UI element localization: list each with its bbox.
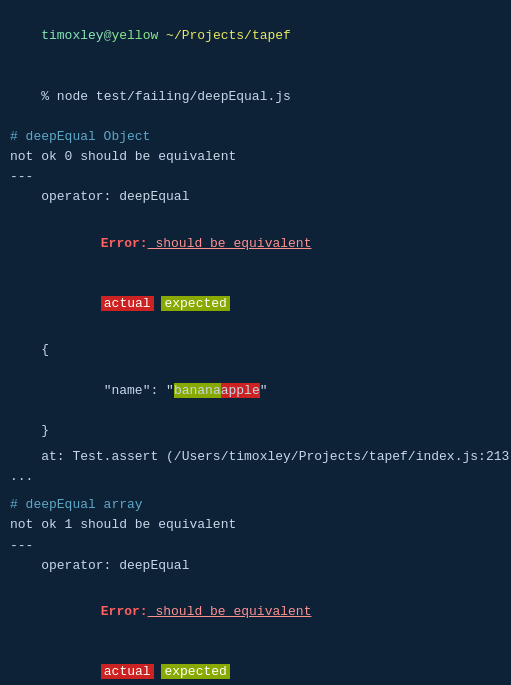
error-line-0: Error: should be equivalent: [10, 213, 501, 273]
prompt-user: timoxley: [41, 28, 103, 43]
prompt-line: timoxley@yellow ~/Projects/tapef: [10, 6, 501, 66]
section-deep-equal-object: # deepEqual Object not ok 0 should be eq…: [10, 127, 501, 487]
prompt-host: yellow: [111, 28, 158, 43]
badges-line-1: actual expected: [10, 642, 501, 685]
json-name-line-0: "name": "bananaapple": [10, 360, 501, 420]
json-open-0: {: [10, 340, 501, 360]
not-ok-1: not ok 1 should be equivalent: [10, 515, 501, 535]
badge-actual-0: actual: [101, 296, 154, 311]
badge-actual-1: actual: [101, 664, 154, 679]
json-key-0: name: [111, 383, 142, 398]
command-text: node test/failing/deepEqual.js: [57, 89, 291, 104]
json-val-banana: banana: [174, 383, 221, 398]
badge-expected-0: expected: [161, 296, 229, 311]
error-label-0: Error:: [101, 236, 148, 251]
dashes-1: ---: [10, 536, 501, 556]
not-ok-0: not ok 0 should be equivalent: [10, 147, 501, 167]
badge-expected-1: expected: [161, 664, 229, 679]
terminal-window: timoxley@yellow ~/Projects/tapef % node …: [10, 6, 501, 685]
dashes-0: ---: [10, 167, 501, 187]
json-val-apple: apple: [221, 383, 260, 398]
prompt-path: ~/Projects/tapef: [166, 28, 291, 43]
at-line-0: at: Test.assert (/Users/timoxley/Project…: [10, 447, 501, 467]
error-line-1: Error: should be equivalent: [10, 582, 501, 642]
comment-deep-equal-array: # deepEqual array: [10, 495, 501, 515]
error-msg-1: should be equivalent: [148, 604, 312, 619]
comment-deep-equal-object: # deepEqual Object: [10, 127, 501, 147]
error-msg-0: should be equivalent: [148, 236, 312, 251]
error-label-1: Error:: [101, 604, 148, 619]
spacer-between: [10, 487, 501, 495]
operator-1: operator: deepEqual: [10, 556, 501, 576]
json-close-0: }: [10, 421, 501, 441]
command-line: % node test/failing/deepEqual.js: [10, 66, 501, 126]
dots-0: ...: [10, 467, 501, 487]
operator-0: operator: deepEqual: [10, 187, 501, 207]
section-deep-equal-array: # deepEqual array not ok 1 should be equ…: [10, 495, 501, 685]
badges-line-0: actual expected: [10, 274, 501, 334]
